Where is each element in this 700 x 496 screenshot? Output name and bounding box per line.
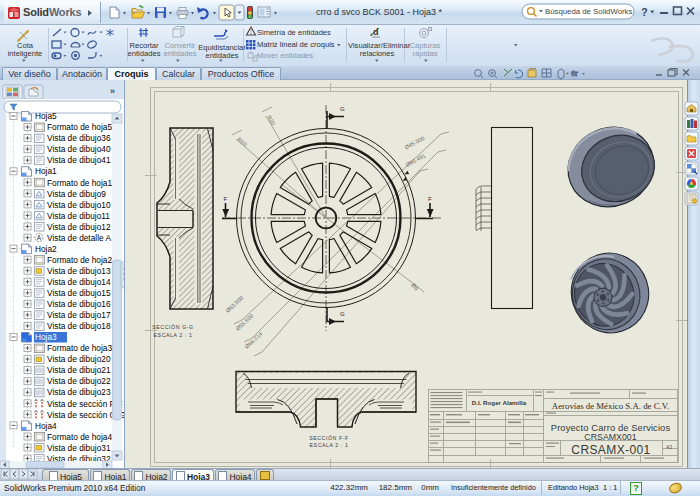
svg-text:F: F [428,196,432,202]
svg-text:CRSAMX-001: CRSAMX-001 [571,443,650,457]
svg-text:Vista de dibujo18: Vista de dibujo18 [47,321,111,331]
svg-text:d: d [373,27,379,37]
svg-text:G: G [340,311,345,317]
svg-text:Vista de dibujo9: Vista de dibujo9 [47,189,106,199]
svg-text:D.I. Roger Alamilla: D.I. Roger Alamilla [472,399,527,406]
svg-text:Formato de hoja3: Formato de hoja3 [47,343,112,353]
svg-text:· 6r: · 6r [566,69,578,78]
svg-text:Vista de dibujo16: Vista de dibujo16 [47,299,111,309]
svg-text:SECCIÓN F-F: SECCIÓN F-F [309,435,349,441]
svg-text:Vista de dibujo21: Vista de dibujo21 [47,365,111,375]
svg-text:Búsqueda de SolidWorks: Búsqueda de SolidWorks [545,7,633,16]
svg-text:Vista de dibujo10: Vista de dibujo10 [47,200,111,210]
svg-text:Vista de detalle A (1: Vista de detalle A (1 [47,233,121,243]
svg-text:Vista de dibujo17: Vista de dibujo17 [47,310,111,320]
svg-text:Vista de dibujo41: Vista de dibujo41 [47,155,111,165]
svg-text:ESCALA 2 : 1: ESCALA 2 : 1 [310,442,349,448]
svg-text:A3: A3 [666,444,672,450]
svg-text:Aerovías de México S.A. de C.V: Aerovías de México S.A. de C.V. [552,401,669,411]
svg-text:Vista de dibujo14: Vista de dibujo14 [47,277,111,287]
svg-text:Vista de dibujo12: Vista de dibujo12 [47,222,111,232]
svg-text:Hoja2: Hoja2 [35,244,57,254]
svg-text:CRSAMX001: CRSAMX001 [584,432,636,442]
svg-text:Vista de dibujo22: Vista de dibujo22 [47,376,111,386]
svg-text:ESCALA 2 : 1: ESCALA 2 : 1 [154,332,193,338]
svg-text:Vista de dibujo20: Vista de dibujo20 [47,354,111,364]
svg-text:Vista de dibujo15: Vista de dibujo15 [47,288,111,298]
svg-text:Hoja4: Hoja4 [35,421,57,431]
svg-text:Vista de dibujo36: Vista de dibujo36 [47,133,111,143]
svg-text:Vista de dibujo31: Vista de dibujo31 [47,443,111,453]
svg-text:Hoja5: Hoja5 [35,111,57,121]
svg-text:Vista de dibujo13: Vista de dibujo13 [47,266,111,276]
svg-text:Hoja1: Hoja1 [35,166,57,176]
svg-text:?: ? [641,6,648,18]
svg-text:SolidWorks: SolidWorks [23,6,81,18]
svg-text:Formato de hoja2: Formato de hoja2 [47,255,112,265]
svg-text:Vista de dibujo11: Vista de dibujo11 [47,211,110,221]
svg-text:Formato de hoja5: Formato de hoja5 [47,122,112,132]
svg-text:Vista de sección F-F: Vista de sección F-F [47,399,122,409]
svg-text:F: F [224,196,228,202]
svg-text:Hoja3: Hoja3 [35,332,57,342]
svg-text:Formato de hoja1: Formato de hoja1 [47,178,112,188]
svg-text:SECCIÓN G-G: SECCIÓN G-G [152,324,193,330]
svg-text:A: A [37,234,42,241]
svg-text:G: G [340,106,345,112]
svg-text:»: » [110,86,115,96]
svg-text:Vista de dibujo40: Vista de dibujo40 [47,144,111,154]
svg-text:crro d svco BCK S001 - Hoja3 *: crro d svco BCK S001 - Hoja3 * [316,7,443,17]
svg-text:Vista de dibujo23: Vista de dibujo23 [47,387,111,397]
svg-text:Formato de hoja4: Formato de hoja4 [47,432,112,442]
